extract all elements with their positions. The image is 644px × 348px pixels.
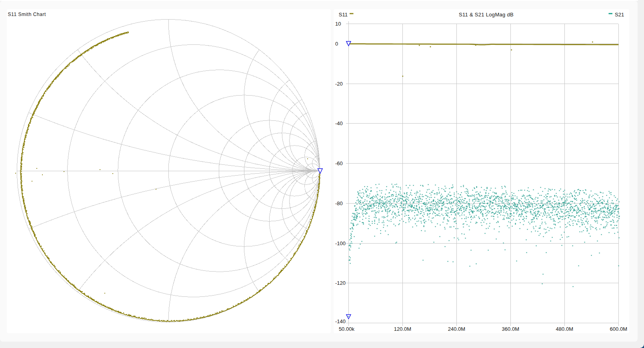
svg-text:-20: -20 bbox=[335, 81, 343, 87]
svg-text:240.0M: 240.0M bbox=[448, 326, 465, 332]
svg-text:480.0M: 480.0M bbox=[556, 326, 573, 332]
svg-text:-140: -140 bbox=[335, 318, 346, 324]
svg-text:50.00k: 50.00k bbox=[339, 326, 355, 332]
svg-text:-80: -80 bbox=[335, 200, 343, 206]
svg-text:10: 10 bbox=[335, 21, 341, 27]
svg-text:600.0M: 600.0M bbox=[610, 326, 627, 332]
svg-text:-60: -60 bbox=[335, 160, 343, 166]
svg-text:S11 & S21 LogMag dB: S11 & S21 LogMag dB bbox=[459, 12, 514, 18]
svg-text:-40: -40 bbox=[335, 120, 343, 126]
svg-text:-100: -100 bbox=[335, 240, 346, 246]
svg-text:-120: -120 bbox=[335, 280, 346, 286]
svg-text:360.0M: 360.0M bbox=[502, 326, 519, 332]
svg-text:S21: S21 bbox=[615, 12, 624, 18]
svg-text:S11: S11 bbox=[339, 12, 348, 18]
svg-text:0: 0 bbox=[335, 41, 338, 47]
svg-text:120.0M: 120.0M bbox=[394, 326, 411, 332]
